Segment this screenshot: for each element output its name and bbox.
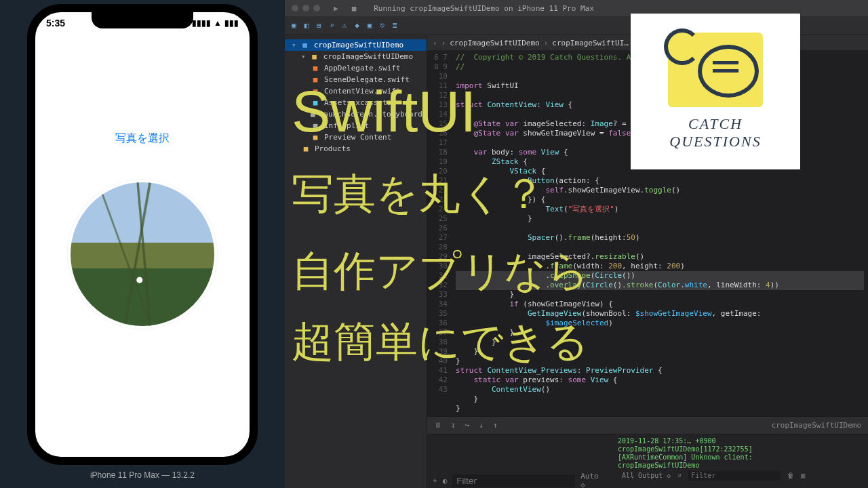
- reports-icon[interactable]: ≣: [393, 21, 397, 30]
- add-expression-button[interactable]: [433, 476, 437, 485]
- chevron-left-icon[interactable]: ‹: [433, 39, 437, 47]
- chevron-icon: ›: [544, 39, 549, 47]
- window-controls[interactable]: [292, 5, 320, 12]
- navigator-item-label: cropImageSwiftUIDemo: [323, 52, 413, 61]
- navigator-item[interactable]: ■Preview Content: [285, 131, 427, 143]
- file-icon: ■: [311, 98, 320, 107]
- chevron-right-icon[interactable]: ›: [441, 39, 446, 47]
- toggle-panel-icon[interactable]: ▥: [801, 472, 805, 480]
- close-icon[interactable]: [292, 5, 298, 12]
- navigator-item-label: Info.plist: [324, 121, 369, 130]
- console-line: 2019-11-28 17:35:… +0900: [618, 437, 863, 445]
- file-icon: ■: [311, 133, 320, 142]
- signal-icon: ▮▮▮▮: [192, 18, 211, 28]
- navigator-item-label: LaunchScreen.storyboard: [319, 110, 422, 119]
- navigator-item-label: AppDelegate.swift: [324, 64, 401, 73]
- clear-console-button[interactable]: 🗑: [787, 472, 794, 480]
- disclosure-icon[interactable]: ▾: [292, 41, 296, 49]
- debug-icon[interactable]: ▣: [368, 21, 372, 30]
- battery-icon: ▮▮▮: [224, 18, 239, 28]
- run-status: Running cropImageSwiftUIDemo on iPhone 1…: [374, 4, 861, 13]
- minimize-icon[interactable]: [302, 5, 309, 12]
- navigator-item[interactable]: ■AppDelegate.swift: [285, 62, 427, 74]
- breakpoints-icon[interactable]: ⎋: [380, 21, 384, 30]
- navigator-item-label: Preview Content: [324, 133, 391, 142]
- line-gutter: 6 7 8 9 10 11 12 13 14 15 16 17 18 19 20…: [427, 50, 452, 416]
- navigator-item-label: cropImageSwiftUIDemo: [314, 41, 403, 49]
- console-line: [AXRuntimeCommon] Unknown client:: [618, 453, 863, 462]
- navigator-item-label: Products: [315, 144, 351, 153]
- continue-icon[interactable]: ↧: [451, 421, 456, 430]
- step-into-icon[interactable]: ↓: [479, 421, 484, 430]
- navigator-item[interactable]: ■SceneDelegate.swift: [285, 74, 427, 85]
- catch-questions-text: CATCH QUESTIONS: [669, 115, 761, 150]
- ios-simulator: 5:35 ▮▮▮▮ ▲ ▮▮▮ 写真を選択 iPhone 11 Pro Max …: [0, 0, 285, 488]
- console-filter-input[interactable]: [688, 471, 781, 481]
- crumb-project[interactable]: cropImageSwiftUIDemo: [450, 39, 539, 47]
- navigator-item[interactable]: ■Products: [285, 143, 427, 155]
- navigator-item[interactable]: ▾■cropImageSwiftUIDemo: [285, 51, 427, 62]
- simulator-device-label: iPhone 11 Pro Max — 13.2.2: [90, 470, 195, 480]
- phone-notch: [92, 12, 193, 28]
- symbols-icon[interactable]: ⊞: [317, 21, 321, 30]
- variables-view[interactable]: ◐ Auto ◇: [427, 434, 612, 488]
- auto-scope-select[interactable]: Auto ◇: [580, 472, 607, 488]
- run-button[interactable]: ▶: [334, 4, 338, 13]
- variables-toolbar: ◐ Auto ◇: [427, 472, 612, 488]
- console-line: cropImageSwiftUIDemo: [618, 462, 863, 470]
- file-icon: ■: [311, 110, 315, 119]
- debug-bar[interactable]: ⏸ ↧ ↪ ↓ ↑ cropImageSwiftUIDemo: [427, 416, 868, 434]
- file-icon: ■: [300, 41, 310, 49]
- project-navigator[interactable]: ▾■cropImageSwiftUIDemo▾■cropImageSwiftUI…: [285, 35, 427, 488]
- navigator-item[interactable]: ■ContentView.swift: [285, 85, 427, 97]
- console-output[interactable]: 2019-11-28 17:35:… +0900cropImageSwiftUI…: [612, 434, 868, 488]
- navigator-item[interactable]: ■LaunchScreen.storyboard: [285, 108, 427, 120]
- navigator-item[interactable]: ▾■cropImageSwiftUIDemo: [285, 39, 427, 51]
- navigator-item[interactable]: ■Info.plist: [285, 120, 427, 131]
- console-toolbar: All Output ◇ ⌕ 🗑 ▥: [618, 470, 863, 482]
- console-line: cropImageSwiftUIDemo[1172:232755]: [618, 445, 863, 453]
- file-icon: ■: [301, 144, 311, 153]
- catch-questions-logo: [668, 33, 763, 107]
- file-icon: ■: [311, 87, 320, 96]
- folder-icon[interactable]: ▣: [292, 21, 296, 30]
- tests-icon[interactable]: ◆: [355, 21, 359, 30]
- scope-icon[interactable]: ◐: [443, 476, 448, 485]
- select-photo-button[interactable]: 写真を選択: [115, 131, 170, 146]
- stop-button[interactable]: ■: [352, 4, 357, 13]
- filter-icon[interactable]: ⌕: [677, 472, 682, 480]
- disclosure-icon[interactable]: ▾: [301, 52, 306, 61]
- variables-filter-input[interactable]: [452, 474, 575, 487]
- find-icon[interactable]: ⌕: [330, 21, 334, 30]
- console-row: ◐ Auto ◇ 2019-11-28 17:35:… +0900cropIma…: [427, 434, 868, 488]
- navigator-item-label: ContentView.swift: [324, 87, 401, 96]
- issues-icon[interactable]: ⚠: [342, 21, 347, 30]
- step-over-icon[interactable]: ↪: [465, 421, 470, 430]
- status-time: 5:35: [46, 18, 65, 28]
- wifi-icon: ▲: [214, 18, 222, 28]
- navigator-item-label: SceneDelegate.swift: [324, 75, 410, 84]
- output-scope-select[interactable]: All Output ◇: [622, 472, 671, 480]
- status-right: ▮▮▮▮ ▲ ▮▮▮: [192, 18, 239, 28]
- file-icon: ■: [311, 121, 320, 130]
- phone-frame: 5:35 ▮▮▮▮ ▲ ▮▮▮ 写真を選択: [27, 4, 258, 465]
- phone-content: 写真を選択: [35, 30, 250, 329]
- navigator-item-label: Assets.xcassets: [324, 98, 391, 107]
- file-icon: ■: [311, 75, 320, 84]
- catch-questions-card: CATCH QUESTIONS: [631, 14, 800, 169]
- crumb-file[interactable]: cropImageSwiftUIDemo: [772, 421, 861, 430]
- file-icon: ■: [310, 52, 319, 61]
- cropped-photo: [68, 180, 217, 329]
- pause-icon[interactable]: ⏸: [434, 421, 441, 430]
- source-control-icon[interactable]: ◧: [304, 21, 309, 30]
- navigator-item[interactable]: ■Assets.xcassets: [285, 97, 427, 108]
- crumb-folder[interactable]: cropImageSwiftUI…: [552, 39, 629, 47]
- file-icon: ■: [311, 64, 320, 73]
- step-out-icon[interactable]: ↑: [493, 421, 498, 430]
- zoom-icon[interactable]: [313, 5, 320, 12]
